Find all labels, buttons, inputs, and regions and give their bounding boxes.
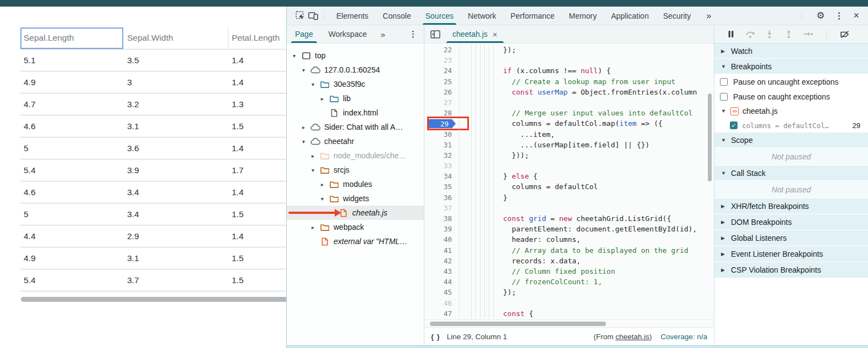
nav-more-tabs-icon[interactable]: » [380,30,385,39]
code-line-47[interactable]: 47const { [424,308,714,319]
grid-header-sepal-length[interactable]: Sepal.Length [20,27,124,49]
tree-item-widgets[interactable]: ▾widgets [287,191,424,206]
device-toolbar-icon[interactable] [307,9,320,23]
code-line-31[interactable]: 31 ...(userMap[item.field] || {}) [424,140,714,150]
expander-icon[interactable]: ▾ [301,67,307,73]
tab-performance[interactable]: Performance [503,7,561,25]
expander-icon[interactable]: ▸ [310,153,316,159]
line-number[interactable]: 24 [424,65,460,76]
line-number[interactable]: 38 [424,213,460,224]
grid-cell[interactable]: 4.9 [20,247,124,269]
tree-item-lib[interactable]: ▸lib [287,91,424,106]
code-line-42[interactable]: 42 records: x.data, [424,256,714,266]
line-number[interactable]: 23 [424,55,460,65]
section-call-stack[interactable]: ▼Call Stack [714,165,868,181]
grid-cell[interactable]: 3.9 [124,159,228,181]
code-line-27[interactable]: 27 [424,97,714,108]
expander-icon[interactable]: ▾ [301,139,307,145]
grid-header-sepal-width[interactable]: Sepal.Width [124,27,228,49]
grid-cell[interactable]: 1.4 [228,71,286,93]
grid-cell[interactable]: 1.5 [228,203,286,225]
line-number[interactable]: 28 [424,108,460,118]
code-line-39[interactable]: 39 parentElement: document.getElementByI… [424,224,714,234]
line-number[interactable]: 35 [424,181,460,192]
section-scope[interactable]: ▼Scope [714,132,868,148]
tree-item-cheetah-js[interactable]: cheetah.js [287,206,424,220]
deactivate-breakpoints-icon[interactable] [839,29,850,39]
expander-icon[interactable]: ▾ [291,53,297,59]
grid-cell[interactable]: 1.4 [228,225,286,247]
grid-cell[interactable]: 4.6 [20,115,124,137]
nav-tab-page[interactable]: Page [293,25,315,43]
line-number[interactable]: 47 [424,308,460,319]
tree-item-sider-chat-with-all-a[interactable]: ▸Sider: Chat with all A… [287,120,424,134]
section-watch[interactable]: ▶Watch [714,43,868,59]
settings-gear-icon[interactable]: ⚙ [816,10,825,21]
line-number[interactable]: 27 [424,97,460,108]
grid-cell[interactable]: 5 [20,137,124,159]
code-line-41[interactable]: 41 // Array data to be displayed on the … [424,245,714,256]
code-line-46[interactable]: 46 [424,298,714,308]
section-breakpoints[interactable]: ▼Breakpoints [714,59,868,74]
code-line-36[interactable]: 36} [424,192,714,203]
section-dom-breakpoints[interactable]: ▶DOM Breakpoints [714,214,868,230]
code-line-22[interactable]: 22}); [424,45,714,55]
expander-icon[interactable]: ▾ [310,81,316,87]
tree-item-external-var-html[interactable]: external var "HTML… [287,234,424,248]
tab-console[interactable]: Console [375,7,418,25]
tree-item-modules[interactable]: ▸modules [287,177,424,191]
code-line-23[interactable]: 23 [424,55,714,65]
coverage-link[interactable]: Coverage: n/a [660,333,707,341]
code-line-30[interactable]: 30 ...item, [424,129,714,140]
checkbox-unchecked[interactable] [720,78,728,86]
grid-cell[interactable]: 1.5 [228,247,286,269]
line-number[interactable]: 26 [424,87,460,97]
grid-cell[interactable]: 1.5 [228,115,286,137]
grid-cell[interactable]: 1.4 [228,181,286,203]
tree-item-top[interactable]: ▾top [287,48,424,63]
line-number[interactable]: 32 [424,150,460,161]
tab-security[interactable]: Security [656,7,698,25]
line-number[interactable]: 41 [424,245,460,256]
section-event-listener-breakpoints[interactable]: ▶Event Listener Breakpoints [714,246,868,262]
expander-icon[interactable]: ▾ [319,196,325,202]
line-number[interactable]: 39 [424,224,460,234]
grid-cell[interactable]: 3.4 [124,203,228,225]
tab-memory[interactable]: Memory [562,7,604,25]
line-number[interactable]: 40 [424,234,460,245]
grid-cell[interactable]: 3.5 [124,49,228,71]
line-number[interactable]: 33 [424,161,460,171]
expander-icon[interactable]: ▸ [310,224,316,230]
toggle-navigator-icon[interactable] [429,27,442,41]
grid-cell[interactable]: 1.7 [228,159,286,181]
line-number[interactable]: 29 [424,118,460,129]
checkbox-unchecked[interactable] [720,93,728,101]
line-number[interactable]: 44 [424,277,460,287]
grid-cell[interactable]: 3.1 [124,247,228,269]
section-global-listeners[interactable]: ▶Global Listeners [714,230,868,246]
expander-icon[interactable]: ▸ [319,96,325,102]
tab-sources[interactable]: Sources [418,7,461,25]
line-number[interactable]: 36 [424,192,460,203]
code-line-25[interactable]: 25 // Create a lookup map from user inpu… [424,76,714,87]
source-file-link[interactable]: cheetah.js [615,333,649,341]
code-line-34[interactable]: 34} else { [424,171,714,181]
line-number[interactable]: 25 [424,76,460,87]
tab-application[interactable]: Application [604,7,656,25]
step-into-icon[interactable] [764,29,775,39]
tab-elements[interactable]: Elements [329,7,375,25]
pause-script-icon[interactable] [725,29,736,39]
code-line-38[interactable]: 38const grid = new cheetahGrid.ListGrid(… [424,213,714,224]
line-number[interactable]: 22 [424,45,460,55]
section-xhr-fetch-breakpoints[interactable]: ▶XHR/fetch Breakpoints [714,198,868,214]
tree-item-30e35f9c[interactable]: ▾30e35f9c [287,77,424,91]
tree-item-index-html[interactable]: index.html [287,106,424,120]
code-line-37[interactable]: 37 [424,203,714,213]
more-options-icon[interactable]: ⋮ [834,10,843,21]
line-number[interactable]: 30 [424,129,460,140]
execution-pointer-marker[interactable]: 29 [427,119,456,128]
pause-uncaught-row[interactable]: Pause on uncaught exceptions [714,74,868,89]
step-over-icon[interactable] [745,29,756,39]
tree-item-srcjs[interactable]: ▾srcjs [287,163,424,177]
grid-cell[interactable]: 3.4 [124,181,228,203]
